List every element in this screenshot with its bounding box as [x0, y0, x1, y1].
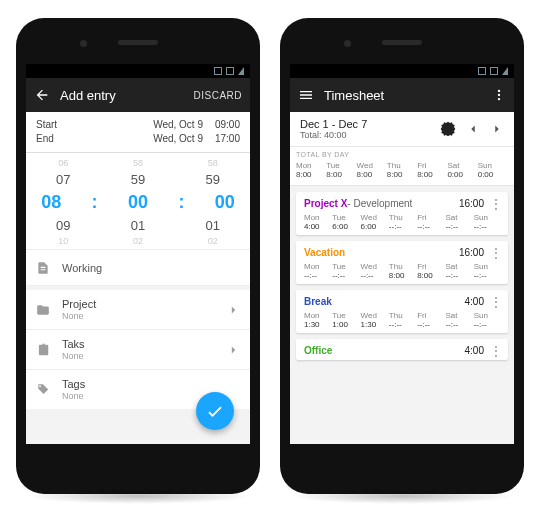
note-row[interactable]: Working: [26, 250, 250, 286]
project-card[interactable]: Office4:00⋮: [296, 339, 508, 360]
day-label: Sat: [447, 161, 477, 170]
end-time: 17:00: [215, 132, 240, 146]
status-bar: [290, 64, 514, 78]
card-day-hours: --:--: [389, 222, 417, 231]
card-day-col: Thu--:--: [389, 213, 417, 231]
week-total: Total: 40:00: [300, 130, 440, 140]
card-day-col: Sun--:--: [474, 262, 502, 280]
project-total: 16:00: [459, 198, 484, 209]
date-range: Dec 1 - Dec 7: [300, 118, 440, 130]
top-bar: Add entry DISCARD: [26, 78, 250, 112]
day-hours: 0:00: [447, 170, 477, 179]
card-day-hours: --:--: [361, 271, 389, 280]
day-label: Sun: [478, 161, 508, 170]
card-day-col: Thu--:--: [389, 311, 417, 329]
card-more-icon[interactable]: ⋮: [490, 347, 502, 355]
day-label: Sun: [474, 262, 502, 271]
day-label: Wed: [361, 311, 389, 320]
confirm-fab[interactable]: [196, 392, 234, 430]
chevron-left-icon[interactable]: [466, 122, 480, 136]
card-day-hours: --:--: [445, 222, 473, 231]
day-label: Tue: [332, 213, 360, 222]
picker-cell: 00: [215, 192, 235, 213]
card-day-col: Fri8:00: [417, 262, 445, 280]
picker-cell: 01: [131, 218, 145, 233]
picker-cell: 09: [56, 218, 70, 233]
card-more-icon[interactable]: ⋮: [490, 298, 502, 306]
card-day-col: Mon4:00: [304, 213, 332, 231]
card-day-hours: 8:00: [389, 271, 417, 280]
card-day-hours: 4:00: [304, 222, 332, 231]
clipboard-icon: [36, 343, 50, 357]
day-label: Mon: [296, 161, 326, 170]
more-vert-icon[interactable]: [492, 87, 506, 103]
day-total-col: Sun0:00: [478, 161, 508, 179]
picker-cell: 06: [58, 158, 68, 168]
start-end-block[interactable]: StartWed, Oct 909:00 EndWed, Oct 917:00: [26, 112, 250, 153]
day-label: Wed: [357, 161, 387, 170]
card-day-hours: --:--: [474, 271, 502, 280]
status-rect-icon: [478, 67, 486, 75]
day-label: Thu: [389, 213, 417, 222]
time-picker[interactable]: 065858 075959 08:00:00 090101 100202: [26, 153, 250, 250]
day-label: Mon: [304, 213, 332, 222]
day-hours: 8:00: [387, 170, 417, 179]
back-arrow-icon[interactable]: [34, 87, 50, 103]
svg-point-0: [498, 90, 500, 92]
project-cards: Project X - Development16:00⋮Mon4:00Tue6…: [290, 186, 514, 360]
picker-colon: :: [92, 192, 98, 213]
card-more-icon[interactable]: ⋮: [490, 200, 502, 208]
total-by-day-label: TOTAL BY DAY: [296, 151, 508, 158]
status-rect-icon: [214, 67, 222, 75]
check-icon: [205, 401, 225, 421]
day-label: Mon: [304, 262, 332, 271]
discard-button[interactable]: DISCARD: [193, 90, 242, 101]
day-total-col: Sat0:00: [447, 161, 477, 179]
project-total: 4:00: [465, 296, 484, 307]
project-card[interactable]: Vacation16:00⋮Mon--:--Tue--:--Wed--:--Th…: [296, 241, 508, 284]
day-total-col: Wed8:00: [357, 161, 387, 179]
tags-value: None: [62, 391, 85, 401]
chevron-right-icon: [226, 303, 240, 317]
day-label: Thu: [387, 161, 417, 170]
page-title: Add entry: [60, 88, 183, 103]
screen-add-entry: Add entry DISCARD StartWed, Oct 909:00 E…: [26, 64, 250, 444]
tasks-row[interactable]: TaksNone: [26, 330, 250, 370]
card-day-col: Wed--:--: [361, 262, 389, 280]
card-day-hours: --:--: [417, 320, 445, 329]
status-rect-icon: [490, 67, 498, 75]
phone-camera: [80, 40, 87, 47]
picker-cell: 00: [128, 192, 148, 213]
chevron-right-icon[interactable]: [490, 122, 504, 136]
card-day-col: Tue1:00: [332, 311, 360, 329]
card-day-col: Wed1:30: [361, 311, 389, 329]
project-card[interactable]: Break4:00⋮Mon1:30Tue1:00Wed1:30Thu--:--F…: [296, 290, 508, 333]
picker-cell: 08: [41, 192, 61, 213]
card-day-hours: --:--: [389, 320, 417, 329]
phone-frame-left: Add entry DISCARD StartWed, Oct 909:00 E…: [16, 18, 260, 494]
note-label: Working: [62, 262, 102, 274]
card-day-hours: --:--: [474, 320, 502, 329]
phone-camera: [344, 40, 351, 47]
menu-icon[interactable]: [298, 87, 314, 103]
picker-cell: 58: [208, 158, 218, 168]
card-day-col: Fri--:--: [417, 311, 445, 329]
project-name: Vacation: [304, 247, 345, 258]
day-totals-block: TOTAL BY DAY Mon8:00Tue8:00Wed8:00Thu8:0…: [290, 147, 514, 186]
verified-badge-icon[interactable]: [440, 121, 456, 137]
picker-cell: 02: [133, 236, 143, 246]
picker-cell: 07: [56, 172, 70, 187]
day-label: Sun: [474, 311, 502, 320]
project-card[interactable]: Project X - Development16:00⋮Mon4:00Tue6…: [296, 192, 508, 235]
card-day-col: Mon1:30: [304, 311, 332, 329]
card-day-hours: --:--: [304, 271, 332, 280]
svg-point-1: [498, 94, 500, 96]
project-row[interactable]: ProjectNone: [26, 290, 250, 330]
end-date: Wed, Oct 9: [153, 132, 203, 146]
status-bar: [26, 64, 250, 78]
date-range-row: Dec 1 - Dec 7 Total: 40:00: [290, 112, 514, 147]
day-total-col: Thu8:00: [387, 161, 417, 179]
card-more-icon[interactable]: ⋮: [490, 249, 502, 257]
tags-key: Tags: [62, 378, 85, 390]
day-label: Fri: [417, 262, 445, 271]
